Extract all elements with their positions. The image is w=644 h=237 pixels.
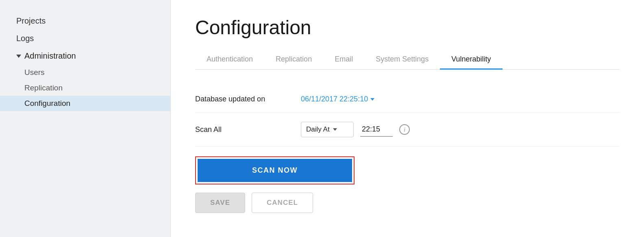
tab-replication[interactable]: Replication xyxy=(264,50,323,70)
daily-at-dropdown[interactable]: Daily At xyxy=(301,122,354,137)
scan-all-controls: Daily At i xyxy=(301,122,620,137)
time-input[interactable] xyxy=(360,123,393,137)
tab-bar: Authentication Replication Email System … xyxy=(195,50,620,70)
sidebar-item-users[interactable]: Users xyxy=(0,65,170,80)
action-buttons: SAVE CANCEL xyxy=(195,193,620,213)
scan-all-label: Scan All xyxy=(195,125,301,134)
db-updated-value: 06/11/2017 22:25:10 xyxy=(301,95,620,103)
sidebar-item-replication[interactable]: Replication xyxy=(0,80,170,96)
page-title: Configuration xyxy=(195,16,620,39)
save-button[interactable]: SAVE xyxy=(195,193,245,213)
scan-now-section: SCAN NOW xyxy=(195,156,620,184)
db-date-value[interactable]: 06/11/2017 22:25:10 xyxy=(301,95,374,103)
tab-system-settings[interactable]: System Settings xyxy=(364,50,440,70)
database-updated-row: Database updated on 06/11/2017 22:25:10 xyxy=(195,86,620,113)
cancel-button[interactable]: CANCEL xyxy=(252,193,313,213)
tab-email[interactable]: Email xyxy=(323,50,364,70)
scan-now-button[interactable]: SCAN NOW xyxy=(198,159,352,182)
chevron-down-icon xyxy=(333,128,337,131)
info-icon[interactable]: i xyxy=(399,124,410,135)
main-content: Configuration Authentication Replication… xyxy=(171,0,644,237)
db-updated-label: Database updated on xyxy=(195,95,301,103)
sidebar-item-logs[interactable]: Logs xyxy=(0,30,170,47)
chevron-down-icon xyxy=(16,55,21,58)
tab-authentication[interactable]: Authentication xyxy=(195,50,264,70)
sidebar-item-configuration[interactable]: Configuration xyxy=(0,96,170,111)
scan-all-row: Scan All Daily At i xyxy=(195,113,620,147)
sidebar-item-projects[interactable]: Projects xyxy=(0,12,170,30)
sidebar-item-administration[interactable]: Administration xyxy=(0,47,170,65)
sidebar: Projects Logs Administration Users Repli… xyxy=(0,0,171,237)
tab-vulnerability[interactable]: Vulnerability xyxy=(440,50,502,70)
scan-now-border: SCAN NOW xyxy=(195,156,355,184)
chevron-down-icon xyxy=(370,98,374,101)
